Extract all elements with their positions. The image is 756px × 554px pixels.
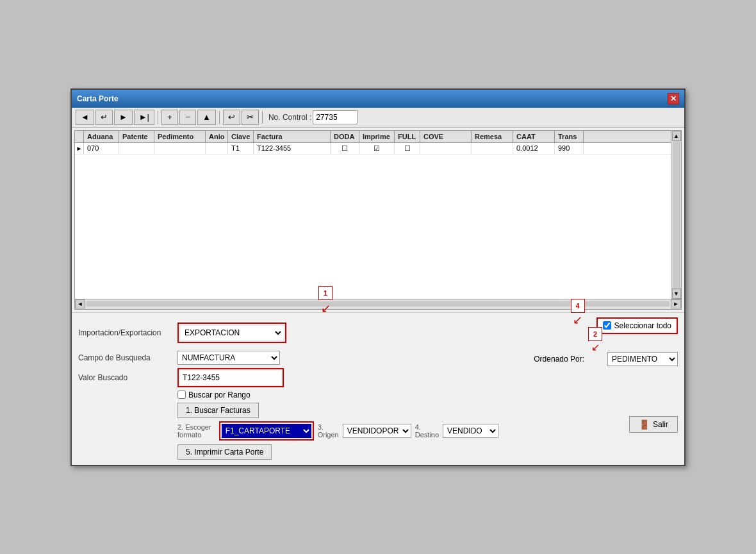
importacion-row: Importacion/Exportacion EXPORTACION IMPO… <box>78 318 498 348</box>
scroll-right-button[interactable]: ► <box>671 299 681 308</box>
cell-full: ☐ <box>395 143 420 154</box>
table-header: Aduana Patente Pedimento Anio Clave Fact… <box>75 131 671 143</box>
toolbar: ◄ ↵ ► ►| + − ▲ ↩ ✂ No. Control : <box>72 108 684 128</box>
scroll-up-button[interactable]: ▲ <box>672 131 681 141</box>
valor-label: Valor Buscado <box>78 373 177 382</box>
back-button[interactable]: ◄ <box>76 110 94 125</box>
close-button[interactable]: ✕ <box>668 93 679 105</box>
salir-area: 🚪 Salir <box>629 416 678 433</box>
ordenado-label: Ordenado Por: <box>534 355 584 364</box>
cell-patente <box>119 143 154 154</box>
col-full: FULL <box>395 131 420 142</box>
no-control-input[interactable] <box>313 110 357 124</box>
campo-select[interactable]: NUMFACTURA PEDIMENTO FOLIO <box>177 351 280 365</box>
salir-button[interactable]: 🚪 Salir <box>629 416 678 433</box>
col-trans: Trans <box>555 131 584 142</box>
seleccionar-todo-box: Seleccionar todo <box>596 317 678 334</box>
seleccionar-area: 4 ↙ Seleccionar todo <box>571 312 678 340</box>
cell-remesa <box>472 143 513 154</box>
cell-aduana: 070 <box>84 143 119 154</box>
cell-pedimento <box>154 143 206 154</box>
form-section: Importacion/Exportacion EXPORTACION IMPO… <box>78 318 498 460</box>
campo-label: Campo de Busqueda <box>78 353 177 362</box>
cell-cove <box>420 143 472 154</box>
col-clave: Clave <box>228 131 254 142</box>
add-button[interactable]: + <box>161 110 178 125</box>
main-window: Carta Porte ✕ ◄ ↵ ► ►| + − ▲ ↩ ✂ No. Con… <box>70 88 686 466</box>
buscar-rango-checkbox[interactable] <box>177 390 186 399</box>
annotation-4-label: 4 <box>571 299 585 313</box>
col-anio: Anio <box>206 131 228 142</box>
cell-anio <box>206 143 228 154</box>
col-patente: Patente <box>119 131 154 142</box>
cut-button[interactable]: ✂ <box>242 110 259 125</box>
ordenado-select[interactable]: PEDIMENTO FACTURA FOLIO <box>607 352 678 366</box>
importacion-label: Importacion/Exportacion <box>78 328 177 337</box>
horizontal-scrollbar[interactable]: ◄ ► <box>75 299 681 309</box>
row-indicator: ► <box>75 143 84 154</box>
up-button[interactable]: ▲ <box>197 110 216 125</box>
seleccionar-todo-label: Seleccionar todo <box>614 321 671 330</box>
col-caat: CAAT <box>513 131 555 142</box>
formato-select[interactable]: F1_CARTAPORTE F2_CARTAPORTE <box>222 424 311 438</box>
scroll-left-button[interactable]: ◄ <box>75 299 85 308</box>
play-button[interactable]: ► <box>114 110 133 125</box>
buscar-rango-row: Buscar por Rango <box>78 390 498 399</box>
imprimir-row: 5. Imprimir Carta Porte <box>177 444 498 460</box>
campo-row: Campo de Busqueda NUMFACTURA PEDIMENTO F… <box>78 351 498 365</box>
buscar-rango-label[interactable]: Buscar por Rango <box>177 390 251 399</box>
ordenado-row: Ordenado Por: 2 ↙ PEDIMENTO FACTURA FOLI… <box>534 346 678 373</box>
origen-label: 3. Origen <box>318 423 339 439</box>
minus-button[interactable]: − <box>179 110 196 125</box>
salir-label: Salir <box>653 420 668 429</box>
table-row[interactable]: ► 070 T1 T122-3455 ☐ ☑ ☐ 0.0012 990 <box>75 143 671 155</box>
cell-factura: T122-3455 <box>254 143 331 154</box>
importacion-box: EXPORTACION IMPORTACION <box>177 323 286 343</box>
col-pedimento: Pedimento <box>154 131 206 142</box>
right-section: 4 ↙ Seleccionar todo Ordenado Por: 2 <box>511 318 678 433</box>
annotation-1-label: 1 <box>318 286 333 300</box>
annotation-1-area: 1 ↙ <box>306 318 320 348</box>
vertical-scrollbar[interactable]: ▲ ▼ <box>671 131 681 299</box>
salir-icon: 🚪 <box>639 419 650 430</box>
bottom-area: Importacion/Exportacion EXPORTACION IMPO… <box>72 312 684 465</box>
action-buttons: 1. Buscar Facturas <box>177 403 498 418</box>
window-title: Carta Porte <box>77 94 119 103</box>
col-factura: Factura <box>254 131 331 142</box>
col-cove: COVE <box>420 131 472 142</box>
annotation-2-label: 2 <box>588 327 602 341</box>
no-control-label: No. Control : <box>268 113 311 122</box>
title-bar: Carta Porte ✕ <box>72 90 684 108</box>
formato-box: F1_CARTAPORTE F2_CARTAPORTE <box>219 421 314 441</box>
toolbar-separator-2 <box>219 111 220 124</box>
skip-button[interactable]: ►| <box>134 110 154 125</box>
cell-imprime: ☑ <box>359 143 395 154</box>
forward-button[interactable]: ↵ <box>95 110 113 125</box>
buscar-button[interactable]: 1. Buscar Facturas <box>177 403 259 418</box>
seleccionar-todo-checkbox[interactable] <box>603 321 611 330</box>
origen-select[interactable]: VENDIDOPOR ORIGEN1 <box>343 424 411 438</box>
col-imprime: Imprime <box>359 131 395 142</box>
toolbar-separator-1 <box>158 111 158 124</box>
undo-button[interactable]: ↩ <box>223 110 240 125</box>
col-remesa: Remesa <box>472 131 513 142</box>
valor-input[interactable] <box>180 371 281 385</box>
cell-clave: T1 <box>228 143 254 154</box>
destino-label: 4. Destino <box>415 423 439 439</box>
format-row: 2. Escoger formato F1_CARTAPORTE F2_CART… <box>177 421 498 441</box>
cell-caat: 0.0012 <box>513 143 555 154</box>
valor-box <box>177 368 284 387</box>
cell-trans: 990 <box>555 143 584 154</box>
valor-row: Valor Buscado <box>78 368 498 387</box>
imprimir-button[interactable]: 5. Imprimir Carta Porte <box>177 444 272 460</box>
col-aduana: Aduana <box>84 131 119 142</box>
toolbar-separator-3 <box>262 111 263 124</box>
cell-doda: ☐ <box>331 143 359 154</box>
destino-select[interactable]: VENDIDO DESTINO1 <box>443 424 498 438</box>
importacion-select[interactable]: EXPORTACION IMPORTACION <box>181 326 283 340</box>
formato-row-label: 2. Escoger formato <box>177 423 215 439</box>
col-doda: DODA <box>331 131 359 142</box>
scroll-down-button[interactable]: ▼ <box>672 289 681 299</box>
